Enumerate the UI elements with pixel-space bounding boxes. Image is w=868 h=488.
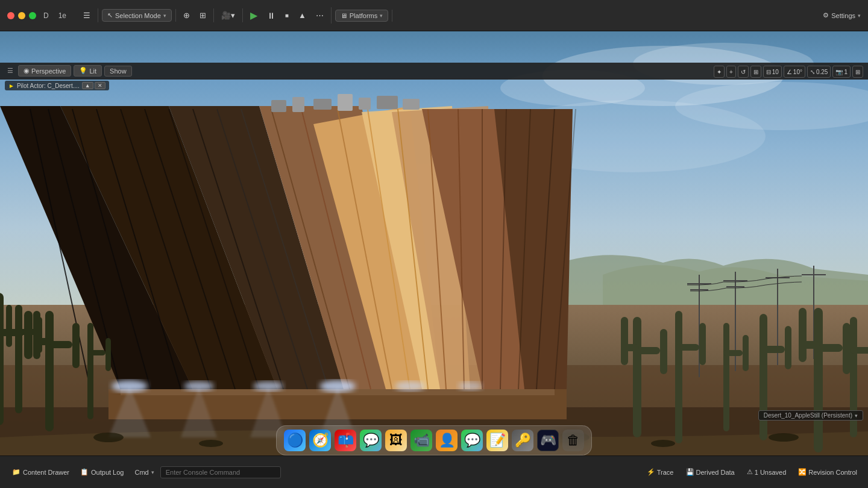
selection-mode-label: Selection Mode [115,12,161,19]
svg-point-100 [769,433,799,442]
content-drawer-button[interactable]: 📁 Content Drawer [7,466,74,478]
svg-rect-72 [105,338,111,371]
chevron-down-icon: ▾ [231,11,235,20]
play-button[interactable]: ▶ [247,7,261,23]
chevron-down-icon: ▾ [163,13,166,19]
svg-rect-46 [313,99,332,110]
revision-label: Revision Control [808,469,857,476]
airmail-icon: 📫 [338,433,354,448]
photos-icon: 🖼 [389,433,403,448]
chevron-down-icon: ▾ [380,13,383,19]
transform-icon: ⊕ [183,11,190,20]
dock-messages2[interactable]: 💬 [461,430,483,451]
dock-safari[interactable]: 🧭 [309,430,331,451]
dock-passwords[interactable]: 🔑 [512,430,533,451]
svg-rect-44 [271,100,286,112]
dock-facetime[interactable]: 📹 [410,430,432,451]
hamburger-menu-button[interactable]: ☰ [80,8,94,22]
unsaved-button[interactable]: ⚠ 1 Unsaved [743,467,790,477]
dock-trash[interactable]: 🗑 [562,430,584,451]
add-viewport-button[interactable]: + [726,66,736,78]
transform-button[interactable]: ⊕ [180,8,193,22]
svg-rect-64 [72,323,80,368]
svg-rect-69 [24,311,33,359]
layout-button[interactable]: ⊞ [852,66,863,78]
persistent-level-badge[interactable]: Desert_10_AppleStill (Persistent) ▾ [758,410,863,421]
dock-contacts[interactable]: 👤 [436,430,458,451]
safari-icon: 🧭 [312,433,329,448]
settings-label: Settings [831,12,855,19]
grid-size-button[interactable]: ⊟ 10 [763,66,782,78]
chevron-down-icon: ▾ [855,413,858,419]
svg-point-55 [395,381,425,391]
pause-button[interactable]: ⏸ [263,8,279,23]
dock-airmail[interactable]: 📫 [335,430,356,451]
svg-rect-93 [850,347,868,354]
gear-icon: ⚙ [823,11,829,19]
grid-toggle-button[interactable]: ⊞ [750,66,761,78]
cursor-icon: ↖ [107,11,113,19]
cmd-label: Cmd [134,469,148,476]
messages2-icon: 💬 [464,433,480,448]
lit-icon: 💡 [79,67,87,75]
angle-button[interactable]: ∠ 10° [784,66,805,78]
perspective-button[interactable]: ◉ Perspective [18,65,71,77]
maximize-button[interactable] [29,12,36,19]
build-button[interactable]: ▲ [295,8,310,22]
camera-num-button[interactable]: 📷 1 [832,66,851,78]
camera-button[interactable]: 🎥 ▾ [218,8,239,22]
scale-icon: ⤡ [810,69,815,75]
perspective-label: Perspective [31,67,66,75]
grid-icon: ⊞ [753,69,758,75]
stop-button[interactable]: ■ [281,10,292,21]
dock-notes[interactable]: 📝 [486,430,508,451]
angle-icon: ∠ [787,69,792,75]
dock-finder[interactable]: 🔵 [284,430,306,451]
selection-mode-group: ↖ Selection Mode ▾ [98,9,176,22]
svg-rect-82 [723,350,743,356]
svg-rect-50 [403,99,420,110]
snap-button[interactable]: ⊞ [196,8,210,22]
pilot-controls: ▲ ✕ [82,82,105,89]
settings-area: ⚙ Settings ▾ [823,11,868,19]
viewport[interactable]: ☰ ◉ Perspective 💡 Lit Show ✦ + ↺ ⊞ ⊟ 10 [0,31,868,455]
minimize-button[interactable] [18,12,25,19]
svg-rect-87 [814,308,823,452]
platforms-label: Platforms [350,12,377,19]
show-button[interactable]: Show [104,66,132,77]
more-options-button[interactable]: ⋯ [312,8,327,22]
svg-rect-73 [633,317,641,437]
svg-rect-84 [760,314,767,440]
viewport-menu-button[interactable]: ☰ [5,66,16,76]
lit-label: Lit [89,67,96,75]
close-button[interactable] [7,12,14,19]
refresh-button[interactable]: ↺ [738,66,749,78]
svg-point-99 [651,440,675,447]
svg-rect-79 [675,344,699,351]
scene-svg [0,31,868,455]
console-input[interactable] [160,466,281,478]
lit-button[interactable]: 💡 Lit [74,65,102,77]
scale-button[interactable]: ⤡ 0.25 [807,66,831,78]
trace-button[interactable]: ⚡ Trace [643,467,678,477]
output-log-button[interactable]: 📋 Output Log [75,466,128,478]
pilot-close-button[interactable]: ✕ [95,82,105,89]
chevron-down-icon: ▾ [858,13,861,19]
revision-control-button[interactable]: 🔀 Revision Control [794,467,861,477]
dock-messages[interactable]: 💬 [360,430,382,451]
dock-unreal[interactable]: 🎮 [537,430,559,451]
dock-photos[interactable]: 🖼 [385,430,407,451]
selection-mode-button[interactable]: ↖ Selection Mode ▾ [102,9,172,22]
cmd-button[interactable]: Cmd ▾ [130,466,159,478]
pilot-icon: ► [8,83,14,89]
platforms-button[interactable]: 🖥 Platforms ▾ [335,10,388,22]
transform-mode-button[interactable]: ✦ [714,66,725,78]
messages-icon: 💬 [363,433,379,448]
svg-rect-49 [377,96,398,109]
svg-rect-75 [660,329,667,374]
settings-button[interactable]: ⚙ Settings ▾ [823,11,861,19]
svg-rect-77 [621,317,628,365]
pilot-up-button[interactable]: ▲ [82,82,93,89]
derived-data-button[interactable]: 💾 Derived Data [682,467,738,477]
camera-group: 🎥 ▾ [214,8,243,22]
